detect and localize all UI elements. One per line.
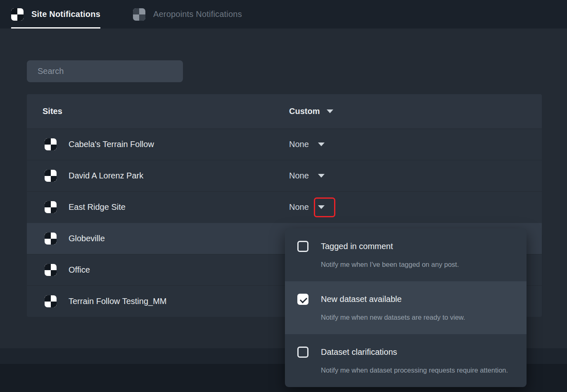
notification-level-value: None [289, 140, 309, 149]
checkbox[interactable] [297, 347, 308, 358]
chevron-down-icon [327, 109, 333, 113]
chevron-down-icon [318, 174, 325, 178]
table-header: Sites Custom [27, 94, 542, 128]
site-icon [45, 264, 57, 276]
notification-level-value: None [289, 202, 309, 212]
custom-filter-dropdown[interactable]: Custom [289, 107, 333, 116]
site-icon [45, 233, 57, 245]
tab-label: Aeropoints Notifications [153, 10, 242, 19]
menu-item-label: Tagged in comment [321, 242, 393, 251]
search-input[interactable] [27, 60, 183, 82]
site-name: Cabela's Terrain Follow [69, 140, 154, 149]
menu-item-tagged-in-comment[interactable]: Tagged in comment Notify me when I've be… [285, 228, 527, 281]
filter-label: Custom [289, 107, 320, 116]
chevron-down-icon [318, 205, 325, 209]
notification-level-dropdown[interactable]: None [289, 202, 325, 212]
notification-level-dropdown[interactable]: None [289, 171, 325, 181]
menu-item-description: Notify me when dataset processing reques… [321, 365, 511, 375]
menu-item-description: Notify me when new datasets are ready to… [321, 312, 511, 323]
site-name: Terrain Follow Testing_MM [69, 297, 167, 306]
notifications-page: Site Notifications Aeropoints Notificati… [0, 0, 567, 392]
propeller-logo-icon [133, 8, 145, 21]
checkbox[interactable] [297, 241, 308, 252]
menu-item-description: Notify me when I've been tagged on any p… [321, 259, 511, 270]
notification-level-dropdown[interactable]: None [289, 140, 325, 149]
notification-options-menu: Tagged in comment Notify me when I've be… [285, 228, 527, 387]
site-icon [45, 138, 57, 150]
sites-column-header: Sites [27, 107, 289, 116]
site-name: Globeville [69, 234, 105, 243]
site-icon [45, 170, 57, 182]
propeller-logo-icon [11, 8, 24, 21]
menu-item-new-dataset-available[interactable]: New dataset available Notify me when new… [285, 281, 527, 334]
menu-item-dataset-clarifications[interactable]: Dataset clarifications Notify me when da… [285, 334, 527, 387]
table-row[interactable]: David A Lorenz Park None [27, 160, 542, 191]
menu-item-label: New dataset available [321, 295, 402, 304]
table-row[interactable]: Cabela's Terrain Follow None [27, 128, 542, 160]
tab-site-notifications[interactable]: Site Notifications [11, 0, 100, 29]
notification-level-value: None [289, 171, 309, 181]
chevron-down-icon [318, 143, 325, 146]
tab-label: Site Notifications [31, 10, 100, 19]
checkbox[interactable] [297, 294, 308, 305]
menu-item-label: Dataset clarifications [321, 347, 397, 357]
site-name: East Ridge Site [69, 202, 126, 212]
table-row[interactable]: East Ridge Site None [27, 191, 542, 223]
tab-bar: Site Notifications Aeropoints Notificati… [0, 0, 567, 29]
site-icon [45, 201, 57, 213]
site-name: David A Lorenz Park [69, 171, 143, 181]
site-icon [45, 295, 57, 307]
tab-aeropoints-notifications[interactable]: Aeropoints Notifications [133, 0, 242, 29]
site-name: Office [69, 265, 90, 275]
